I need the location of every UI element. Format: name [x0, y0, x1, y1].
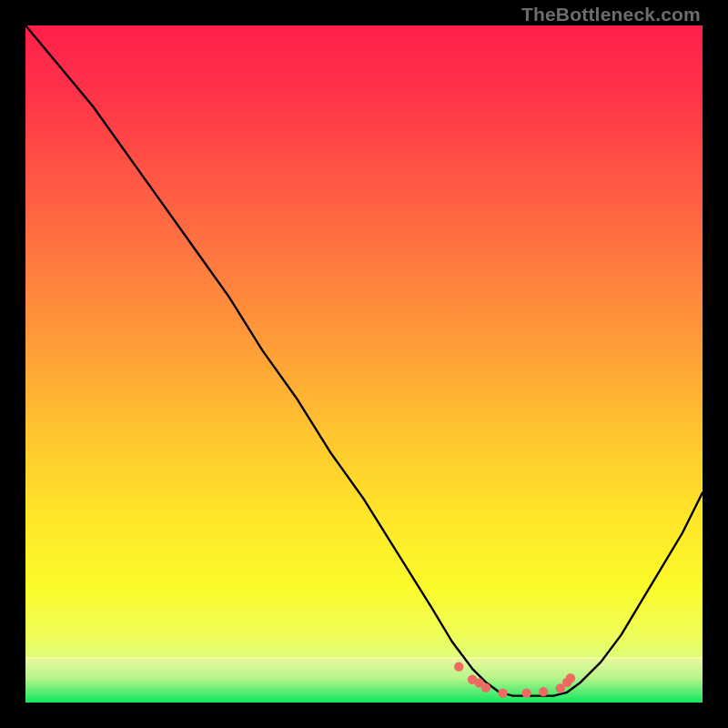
optimal-band-topline	[25, 657, 703, 659]
watermark-text: TheBottleneck.com	[521, 4, 701, 25]
marker-dot	[521, 688, 531, 697]
marker-dot	[566, 673, 575, 682]
marker-dot	[498, 688, 507, 697]
optimal-band	[25, 658, 703, 703]
marker-dot	[481, 682, 490, 692]
chart-background	[25, 25, 703, 703]
marker-dot	[454, 662, 463, 671]
marker-dot	[539, 687, 548, 696]
chart-frame	[25, 25, 703, 703]
chart-plot	[25, 25, 703, 703]
